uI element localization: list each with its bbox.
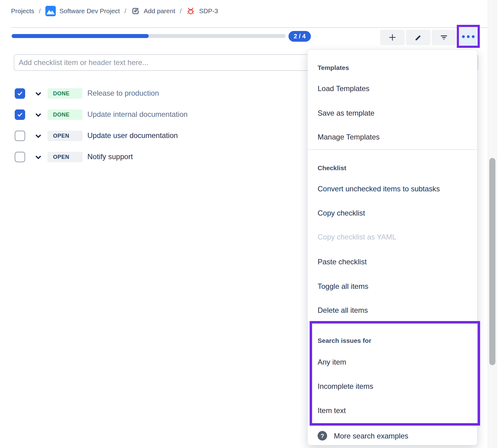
scrollbar-thumb[interactable] bbox=[489, 158, 495, 365]
item-checkbox[interactable] bbox=[15, 152, 25, 162]
add-parent-label: Add parent bbox=[144, 7, 175, 15]
checklist-progress-bar bbox=[12, 34, 286, 38]
breadcrumb: Projects / Software Dev Project / Add pa… bbox=[11, 5, 218, 17]
filter-items-button[interactable] bbox=[432, 30, 456, 45]
menu-item-load-templates[interactable]: Load Templates bbox=[318, 84, 369, 93]
chevron-down-icon[interactable] bbox=[34, 132, 42, 140]
item-checkbox[interactable] bbox=[15, 109, 25, 120]
menu-section-checklist: Checklist bbox=[318, 164, 346, 172]
menu-item-copy-checklist[interactable]: Copy checklist bbox=[318, 209, 365, 217]
breadcrumb-issue-label: SDP-3 bbox=[199, 7, 218, 15]
breadcrumb-separator: / bbox=[180, 7, 182, 15]
chevron-down-icon[interactable] bbox=[34, 90, 42, 98]
pencil-icon bbox=[414, 33, 422, 42]
question-circle-icon: ? bbox=[318, 431, 327, 441]
status-badge[interactable]: DONE bbox=[48, 109, 82, 120]
status-badge[interactable]: OPEN bbox=[48, 131, 82, 141]
menu-item-item-text[interactable]: Item text bbox=[318, 406, 346, 415]
item-checkbox[interactable] bbox=[15, 131, 25, 141]
chevron-down-icon[interactable] bbox=[34, 111, 42, 119]
breadcrumb-project-link[interactable]: Software Dev Project bbox=[45, 6, 120, 16]
add-parent-button[interactable]: Add parent bbox=[131, 6, 175, 16]
breadcrumb-project-label: Software Dev Project bbox=[59, 7, 120, 15]
menu-item-incomplete-items[interactable]: Incomplete items bbox=[318, 382, 373, 391]
breadcrumb-separator: / bbox=[124, 7, 126, 15]
more-actions-menu: Templates Load Templates Save as templat… bbox=[307, 50, 477, 445]
checkmark-icon bbox=[17, 90, 23, 97]
menu-divider bbox=[308, 149, 477, 150]
menu-section-templates: Templates bbox=[318, 64, 349, 71]
item-text[interactable]: Release to production bbox=[87, 89, 159, 98]
menu-item-any-item[interactable]: Any item bbox=[318, 358, 346, 366]
item-text[interactable]: Notify support bbox=[87, 152, 133, 161]
add-item-button[interactable] bbox=[380, 30, 405, 45]
checklist-row: OPEN Notify support bbox=[0, 152, 294, 162]
menu-item-delete-all-items[interactable]: Delete all items bbox=[318, 306, 368, 315]
status-badge[interactable]: DONE bbox=[48, 88, 82, 99]
menu-item-paste-checklist[interactable]: Paste checklist bbox=[318, 258, 367, 266]
plus-icon bbox=[388, 33, 397, 42]
breadcrumb-projects-link[interactable]: Projects bbox=[11, 7, 34, 15]
checklist-progress-fill bbox=[12, 34, 149, 38]
checklist-row: DONE Update internal documentation bbox=[0, 109, 294, 120]
header-divider bbox=[11, 27, 487, 28]
filter-icon bbox=[440, 33, 448, 42]
breadcrumb-projects-label: Projects bbox=[11, 7, 34, 15]
checklist-row: DONE Release to production bbox=[0, 88, 294, 99]
more-actions-button[interactable] bbox=[459, 27, 478, 46]
menu-item-toggle-all-items[interactable]: Toggle all items bbox=[318, 282, 368, 291]
mountain-project-avatar-icon bbox=[45, 6, 56, 16]
breadcrumb-separator: / bbox=[39, 7, 41, 15]
more-search-examples-label: More search examples bbox=[334, 431, 408, 440]
breadcrumb-issue-link[interactable]: SDP-3 bbox=[186, 6, 218, 16]
menu-item-save-as-template[interactable]: Save as template bbox=[318, 109, 374, 117]
item-text[interactable]: Update internal documentation bbox=[87, 110, 188, 119]
menu-section-search-issues-for: Search issues for bbox=[318, 337, 371, 344]
item-text[interactable]: Update user documentation bbox=[87, 131, 178, 140]
status-badge[interactable]: OPEN bbox=[48, 152, 82, 162]
menu-item-convert-unchecked[interactable]: Convert unchecked items to subtasks bbox=[318, 185, 440, 193]
item-checkbox[interactable] bbox=[15, 88, 25, 99]
edit-checklist-button[interactable] bbox=[406, 30, 430, 45]
menu-item-manage-templates[interactable]: Manage Templates bbox=[318, 133, 380, 141]
ellipsis-icon bbox=[461, 34, 476, 39]
menu-item-copy-checklist-yaml: Copy checklist as YAML bbox=[318, 233, 396, 241]
checkmark-icon bbox=[17, 112, 23, 118]
checklist-row: OPEN Update user documentation bbox=[0, 131, 294, 141]
chevron-down-icon[interactable] bbox=[34, 153, 42, 161]
edit-square-icon bbox=[131, 6, 140, 16]
menu-item-more-search-examples[interactable]: ? More search examples bbox=[318, 431, 408, 441]
progress-count-badge: 2 / 4 bbox=[288, 31, 311, 42]
bug-icon bbox=[186, 6, 195, 16]
